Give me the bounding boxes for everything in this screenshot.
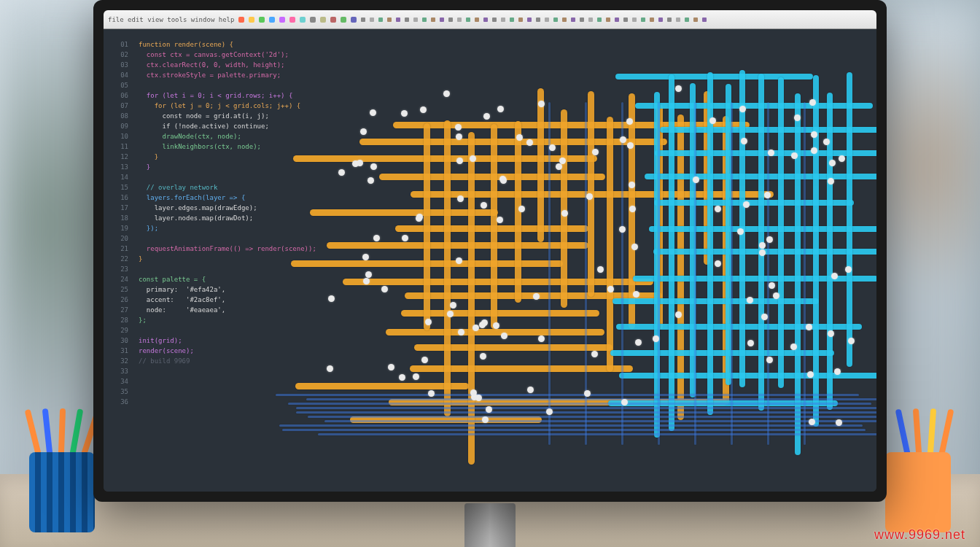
toolbar-icon[interactable] [330, 17, 336, 23]
screen: file edit view tools window help 0102030… [104, 10, 876, 492]
toolbar-icon[interactable] [510, 18, 514, 22]
toolbar-icon[interactable] [466, 18, 470, 22]
toolbar-icon[interactable] [667, 18, 672, 22]
toolbar-icon[interactable] [702, 18, 707, 22]
toolbar-icon[interactable] [351, 17, 357, 23]
code-line[interactable]: render(scene); [139, 346, 871, 356]
code-area[interactable]: function render(scene) { const ctx = can… [133, 29, 876, 492]
toolbar-icon[interactable] [641, 18, 645, 22]
toolbar-icon[interactable] [457, 18, 462, 22]
toolbar-icon[interactable] [413, 18, 418, 22]
toolbar-icon[interactable] [269, 17, 275, 23]
code-line[interactable] [139, 397, 871, 407]
toolbar-icon[interactable] [475, 18, 479, 22]
toolbar-icon[interactable] [448, 18, 453, 22]
line-number: 14 [108, 172, 128, 182]
code-line[interactable]: } [139, 152, 871, 162]
toolbar-icon[interactable] [632, 18, 637, 22]
toolbar-icon[interactable] [676, 18, 680, 22]
app-toolbar[interactable]: file edit view tools window help [104, 10, 876, 29]
toolbar-icon[interactable] [396, 18, 400, 22]
code-line[interactable]: for (let j = 0; j < grid.cols; j++) { [139, 101, 871, 111]
code-line[interactable]: ctx.strokeStyle = palette.primary; [139, 70, 871, 80]
code-line[interactable]: } [139, 162, 871, 172]
monitor: file edit view tools window help 0102030… [93, 0, 887, 502]
code-line[interactable]: primary: '#efa42a', [139, 284, 871, 295]
toolbar-icon[interactable] [553, 18, 558, 22]
code-line[interactable]: const node = grid.at(i, j); [139, 111, 871, 121]
toolbar-icon[interactable] [588, 18, 593, 22]
toolbar-icon[interactable] [623, 18, 628, 22]
toolbar-icon[interactable] [597, 18, 602, 22]
code-line[interactable]: node: '#eaeaea', [139, 305, 871, 315]
toolbar-icon[interactable] [405, 18, 409, 22]
toolbar-icon[interactable] [370, 18, 374, 22]
toolbar-icon[interactable] [279, 17, 285, 23]
toolbar-icon[interactable] [387, 18, 392, 22]
toolbar-icon[interactable] [289, 17, 295, 23]
toolbar-icon[interactable] [238, 17, 244, 23]
toolbar-icon[interactable] [300, 17, 306, 23]
code-line[interactable]: // overlay network [139, 182, 871, 193]
toolbar-icon[interactable] [483, 18, 488, 22]
code-line[interactable]: if (!node.active) continue; [139, 121, 871, 131]
code-editor[interactable]: 0102030405060708091011121314151617181920… [104, 29, 876, 492]
toolbar-icon[interactable] [249, 17, 254, 23]
code-line[interactable]: function render(scene) { [139, 39, 871, 50]
code-line[interactable]: }; [139, 315, 871, 325]
line-number: 01 [108, 39, 128, 50]
toolbar-icon[interactable] [259, 17, 265, 23]
code-line[interactable]: layers.forEach(layer => { [139, 193, 871, 203]
toolbar-icon[interactable] [310, 17, 316, 23]
code-line[interactable]: init(grid); [139, 335, 871, 346]
code-line[interactable] [139, 376, 871, 387]
toolbar-icon[interactable] [580, 18, 584, 22]
line-number: 12 [108, 152, 128, 162]
toolbar-icon[interactable] [545, 18, 549, 22]
code-line[interactable]: for (let i = 0; i < grid.rows; i++) { [139, 90, 871, 101]
toolbar-icon[interactable] [693, 18, 698, 22]
line-number: 36 [108, 397, 128, 407]
code-line[interactable]: const palette = { [139, 274, 871, 284]
code-line[interactable] [139, 172, 871, 182]
code-line[interactable] [139, 80, 871, 90]
code-line[interactable]: } [139, 254, 871, 264]
code-line[interactable]: accent: '#2ac8ef', [139, 295, 871, 305]
toolbar-icon[interactable] [492, 18, 497, 22]
toolbar-icon[interactable] [658, 18, 663, 22]
code-line[interactable]: requestAnimationFrame(() => render(scene… [139, 244, 871, 254]
toolbar-icon[interactable] [527, 18, 532, 22]
code-line[interactable]: drawNode(ctx, node); [139, 131, 871, 141]
code-line[interactable] [139, 264, 871, 274]
toolbar-icon[interactable] [615, 18, 619, 22]
code-line[interactable]: layer.edges.map(drawEdge); [139, 203, 871, 213]
toolbar-icon[interactable] [320, 17, 326, 23]
pen-cup-left [29, 452, 95, 532]
toolbar-icon[interactable] [378, 18, 383, 22]
toolbar-icon[interactable] [518, 18, 523, 22]
toolbar-icon[interactable] [650, 18, 654, 22]
code-line[interactable]: const ctx = canvas.getContext('2d'); [139, 50, 871, 60]
toolbar-icon[interactable] [440, 18, 444, 22]
toolbar-icon[interactable] [431, 18, 435, 22]
line-number: 04 [108, 70, 128, 80]
toolbar-icon[interactable] [562, 18, 567, 22]
code-line[interactable] [139, 325, 871, 335]
toolbar-icon[interactable] [361, 18, 365, 22]
code-line[interactable] [139, 387, 871, 397]
toolbar-icon[interactable] [685, 18, 689, 22]
toolbar-icon[interactable] [536, 18, 540, 22]
code-line[interactable]: layer.nodes.map(drawDot); [139, 213, 871, 223]
code-line[interactable]: linkNeighbors(ctx, node); [139, 141, 871, 152]
code-line[interactable]: }); [139, 223, 871, 233]
code-line[interactable]: ctx.clearRect(0, 0, width, height); [139, 60, 871, 70]
line-number: 35 [108, 387, 128, 397]
code-line[interactable]: // build 9969 [139, 356, 871, 366]
toolbar-icon[interactable] [501, 18, 505, 22]
toolbar-icon[interactable] [571, 18, 575, 22]
toolbar-icon[interactable] [606, 18, 610, 22]
code-line[interactable] [139, 233, 871, 244]
toolbar-icon[interactable] [422, 18, 427, 22]
toolbar-icon[interactable] [341, 17, 346, 23]
code-line[interactable] [139, 366, 871, 376]
